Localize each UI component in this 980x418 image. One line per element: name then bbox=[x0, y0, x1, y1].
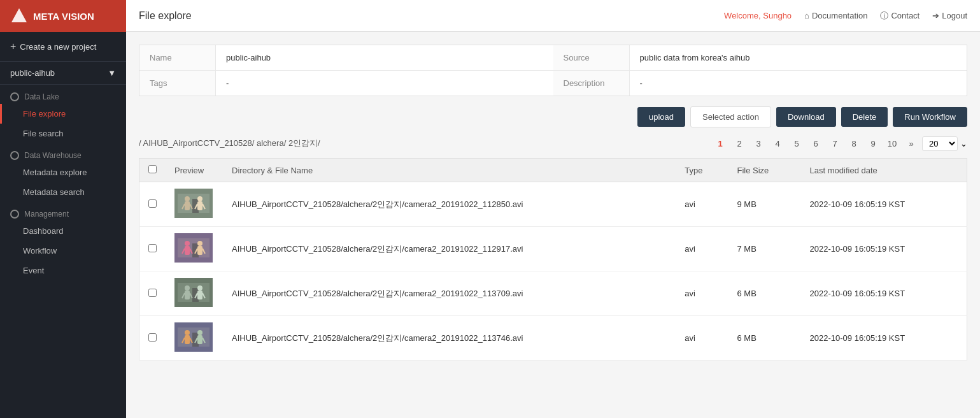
header-filesize: File Size bbox=[728, 159, 800, 182]
documentation-link[interactable]: ⌂ Documentation bbox=[804, 11, 867, 20]
download-button[interactable]: Download bbox=[776, 107, 836, 127]
svg-point-8 bbox=[197, 196, 202, 201]
row-checkbox-input-2[interactable] bbox=[148, 289, 157, 297]
row-filename-0: AIHUB_AirportCCTV_210528/alchera/2인감지/ca… bbox=[223, 182, 676, 227]
row-preview-0 bbox=[166, 182, 223, 227]
sidebar-item-file-explore-label: File explore bbox=[23, 109, 66, 119]
name-label: Name bbox=[139, 45, 216, 70]
data-lake-label: Data Lake bbox=[24, 92, 59, 101]
table-row: AIHUB_AirportCCTV_210528/alchera/2인감지/ca… bbox=[139, 227, 967, 271]
sidebar-item-dashboard[interactable]: Dashboard bbox=[0, 221, 126, 241]
description-label: Description bbox=[553, 71, 630, 96]
logout-link[interactable]: ➔ Logout bbox=[932, 11, 967, 20]
home-icon: ⌂ bbox=[804, 11, 809, 20]
contact-link[interactable]: ⓘ Contact bbox=[880, 10, 920, 22]
welcome-text: Welcome, Sungho bbox=[724, 11, 792, 20]
management-label: Management bbox=[24, 210, 69, 219]
page-7[interactable]: 7 bbox=[827, 135, 843, 152]
content-area: Name public-aihub Source public data fro… bbox=[126, 32, 980, 418]
topbar-right: Welcome, Sungho ⌂ Documentation ⓘ Contac… bbox=[724, 10, 967, 22]
sidebar: META VISION + Create a new project publi… bbox=[0, 0, 126, 418]
source-label: Source bbox=[553, 45, 630, 70]
sidebar-item-metadata-explore-label: Metadata explore bbox=[23, 168, 87, 177]
sidebar-item-workflow[interactable]: Workflow bbox=[0, 241, 126, 261]
row-size-0: 9 MB bbox=[728, 182, 800, 227]
breadcrumb: / AIHUB_AirportCCTV_210528/ alchera/ 2인감… bbox=[139, 138, 320, 149]
section-data-warehouse: Data Warehouse bbox=[0, 143, 126, 162]
upload-button[interactable]: upload bbox=[637, 107, 685, 127]
header-filename: Directory & File Name bbox=[223, 159, 676, 182]
main-content: File explore Welcome, Sungho ⌂ Documenta… bbox=[126, 0, 980, 418]
page-title: File explore bbox=[139, 10, 192, 22]
row-size-1: 7 MB bbox=[728, 227, 800, 271]
sidebar-item-dashboard-label: Dashboard bbox=[23, 226, 64, 236]
source-value: public data from korea's aihub bbox=[630, 45, 967, 70]
row-checkbox-0[interactable] bbox=[139, 182, 166, 227]
row-checkbox-input-3[interactable] bbox=[148, 333, 157, 342]
sidebar-item-metadata-explore[interactable]: Metadata explore bbox=[0, 162, 126, 182]
expand-icon[interactable]: ⌄ bbox=[960, 139, 967, 148]
row-checkbox-input-0[interactable] bbox=[148, 199, 157, 208]
info-row-tags: Tags - Description - bbox=[139, 71, 967, 96]
row-filename-2: AIHUB_AirportCCTV_210528/alchera/2인감지/ca… bbox=[223, 271, 676, 316]
username: Sungho bbox=[763, 11, 792, 20]
create-project-button[interactable]: + Create a new project bbox=[0, 32, 126, 62]
selected-action-button[interactable]: Selected action bbox=[690, 106, 771, 127]
management-dot-icon bbox=[10, 210, 19, 219]
row-preview-2 bbox=[166, 271, 223, 316]
sidebar-item-file-search[interactable]: File search bbox=[0, 124, 126, 143]
row-checkbox-input-1[interactable] bbox=[148, 244, 157, 252]
svg-rect-9 bbox=[197, 201, 202, 210]
tags-label: Tags bbox=[139, 71, 216, 96]
row-modified-0: 2022-10-09 16:05:19 KST bbox=[801, 182, 967, 227]
row-filename-1: AIHUB_AirportCCTV_210528/alchera/2인감지/ca… bbox=[223, 227, 676, 271]
data-warehouse-dot-icon bbox=[10, 151, 19, 160]
run-workflow-button[interactable]: Run Workflow bbox=[893, 107, 967, 127]
per-page-select[interactable]: 20 50 100 bbox=[922, 136, 958, 151]
page-next[interactable]: » bbox=[903, 135, 920, 152]
name-value: public-aihub bbox=[216, 45, 553, 70]
svg-rect-27 bbox=[185, 291, 190, 299]
delete-button[interactable]: Delete bbox=[841, 107, 888, 127]
sidebar-item-event[interactable]: Event bbox=[0, 261, 126, 280]
page-6[interactable]: 6 bbox=[807, 135, 824, 152]
svg-point-4 bbox=[185, 196, 190, 201]
page-8[interactable]: 8 bbox=[846, 135, 862, 152]
row-checkbox-3[interactable] bbox=[139, 316, 166, 361]
page-5[interactable]: 5 bbox=[788, 135, 805, 152]
project-selector[interactable]: public-aihub ▼ bbox=[0, 62, 126, 85]
page-10[interactable]: 10 bbox=[884, 135, 900, 152]
page-2[interactable]: 2 bbox=[731, 135, 748, 152]
breadcrumb-airport[interactable]: AIHUB_AirportCCTV_210528/ bbox=[143, 138, 257, 148]
info-row-name: Name public-aihub Source public data fro… bbox=[139, 45, 967, 71]
description-value: - bbox=[630, 71, 967, 96]
page-9[interactable]: 9 bbox=[865, 135, 881, 152]
preview-thumbnail-3 bbox=[174, 322, 213, 352]
page-1[interactable]: 1 bbox=[712, 135, 728, 152]
svg-rect-42 bbox=[197, 335, 202, 344]
row-checkbox-2[interactable] bbox=[139, 271, 166, 316]
row-modified-2: 2022-10-09 16:05:19 KST bbox=[801, 271, 967, 316]
table-row: AIHUB_AirportCCTV_210528/alchera/2인감지/ca… bbox=[139, 182, 967, 227]
chevron-down-icon: ▼ bbox=[108, 68, 116, 78]
row-checkbox-1[interactable] bbox=[139, 227, 166, 271]
sidebar-item-metadata-search-label: Metadata search bbox=[23, 187, 85, 197]
select-all-checkbox[interactable] bbox=[148, 165, 157, 173]
row-size-3: 6 MB bbox=[728, 316, 800, 361]
action-bar: upload Selected action Download Delete R… bbox=[139, 106, 967, 127]
svg-rect-20 bbox=[197, 246, 202, 255]
data-warehouse-label: Data Warehouse bbox=[24, 151, 82, 160]
header-modified: Last modified date bbox=[801, 159, 967, 182]
svg-rect-5 bbox=[185, 201, 190, 210]
sidebar-item-metadata-search[interactable]: Metadata search bbox=[0, 182, 126, 202]
svg-point-15 bbox=[185, 241, 190, 246]
header-checkbox bbox=[139, 159, 166, 182]
page-3[interactable]: 3 bbox=[750, 135, 767, 152]
sidebar-item-file-explore[interactable]: File explore bbox=[0, 104, 126, 124]
svg-rect-16 bbox=[185, 246, 190, 255]
data-lake-dot-icon bbox=[10, 92, 19, 101]
svg-point-41 bbox=[197, 330, 202, 335]
page-4[interactable]: 4 bbox=[769, 135, 786, 152]
row-type-1: avi bbox=[676, 227, 728, 271]
breadcrumb-alchera[interactable]: alchera/ bbox=[257, 138, 288, 148]
